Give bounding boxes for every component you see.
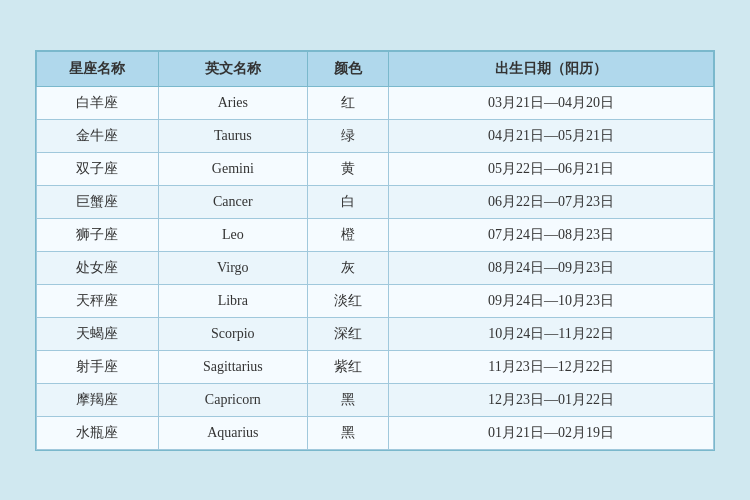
table-row: 处女座Virgo灰08月24日—09月23日 [37, 251, 714, 284]
cell-date: 09月24日—10月23日 [389, 284, 714, 317]
cell-color: 深红 [307, 317, 388, 350]
cell-date: 11月23日—12月22日 [389, 350, 714, 383]
cell-date: 01月21日—02月19日 [389, 416, 714, 449]
table-row: 巨蟹座Cancer白06月22日—07月23日 [37, 185, 714, 218]
table-row: 摩羯座Capricorn黑12月23日—01月22日 [37, 383, 714, 416]
table-row: 白羊座Aries红03月21日—04月20日 [37, 86, 714, 119]
table-row: 双子座Gemini黄05月22日—06月21日 [37, 152, 714, 185]
cell-cn: 白羊座 [37, 86, 159, 119]
cell-en: Virgo [158, 251, 307, 284]
header-en: 英文名称 [158, 51, 307, 86]
table-row: 金牛座Taurus绿04月21日—05月21日 [37, 119, 714, 152]
table-row: 天秤座Libra淡红09月24日—10月23日 [37, 284, 714, 317]
cell-en: Capricorn [158, 383, 307, 416]
cell-date: 04月21日—05月21日 [389, 119, 714, 152]
table-row: 狮子座Leo橙07月24日—08月23日 [37, 218, 714, 251]
cell-date: 06月22日—07月23日 [389, 185, 714, 218]
table-header-row: 星座名称 英文名称 颜色 出生日期（阳历） [37, 51, 714, 86]
zodiac-table-container: 星座名称 英文名称 颜色 出生日期（阳历） 白羊座Aries红03月21日—04… [35, 50, 715, 451]
cell-en: Gemini [158, 152, 307, 185]
cell-en: Cancer [158, 185, 307, 218]
cell-color: 黑 [307, 383, 388, 416]
cell-cn: 金牛座 [37, 119, 159, 152]
cell-en: Libra [158, 284, 307, 317]
table-row: 射手座Sagittarius紫红11月23日—12月22日 [37, 350, 714, 383]
cell-en: Sagittarius [158, 350, 307, 383]
zodiac-table: 星座名称 英文名称 颜色 出生日期（阳历） 白羊座Aries红03月21日—04… [36, 51, 714, 450]
cell-cn: 天秤座 [37, 284, 159, 317]
cell-cn: 射手座 [37, 350, 159, 383]
cell-cn: 水瓶座 [37, 416, 159, 449]
header-color: 颜色 [307, 51, 388, 86]
cell-en: Leo [158, 218, 307, 251]
cell-en: Aries [158, 86, 307, 119]
header-date: 出生日期（阳历） [389, 51, 714, 86]
table-row: 天蝎座Scorpio深红10月24日—11月22日 [37, 317, 714, 350]
cell-en: Taurus [158, 119, 307, 152]
cell-cn: 狮子座 [37, 218, 159, 251]
header-cn: 星座名称 [37, 51, 159, 86]
cell-color: 黄 [307, 152, 388, 185]
cell-color: 绿 [307, 119, 388, 152]
cell-color: 白 [307, 185, 388, 218]
cell-date: 12月23日—01月22日 [389, 383, 714, 416]
cell-cn: 天蝎座 [37, 317, 159, 350]
cell-color: 紫红 [307, 350, 388, 383]
table-row: 水瓶座Aquarius黑01月21日—02月19日 [37, 416, 714, 449]
cell-color: 红 [307, 86, 388, 119]
cell-date: 07月24日—08月23日 [389, 218, 714, 251]
cell-date: 10月24日—11月22日 [389, 317, 714, 350]
cell-cn: 摩羯座 [37, 383, 159, 416]
cell-cn: 巨蟹座 [37, 185, 159, 218]
cell-en: Aquarius [158, 416, 307, 449]
cell-color: 淡红 [307, 284, 388, 317]
cell-date: 03月21日—04月20日 [389, 86, 714, 119]
cell-cn: 处女座 [37, 251, 159, 284]
cell-color: 灰 [307, 251, 388, 284]
cell-cn: 双子座 [37, 152, 159, 185]
cell-en: Scorpio [158, 317, 307, 350]
cell-date: 05月22日—06月21日 [389, 152, 714, 185]
cell-color: 黑 [307, 416, 388, 449]
cell-color: 橙 [307, 218, 388, 251]
cell-date: 08月24日—09月23日 [389, 251, 714, 284]
